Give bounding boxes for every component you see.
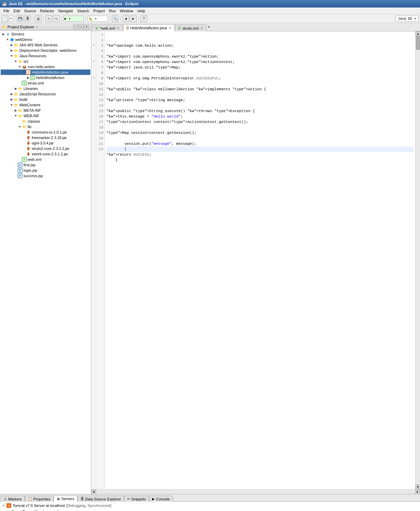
editor-tab[interactable]: X*web.xml✕ <box>92 25 123 31</box>
tree-toggle-icon[interactable] <box>22 130 26 134</box>
undo-button[interactable]: ↩ <box>45 15 52 22</box>
code-line[interactable]: "kw">public "type">String execute() "kw"… <box>106 108 414 114</box>
scrollbar-thumb[interactable] <box>416 36 420 50</box>
menu-run[interactable]: Run <box>107 8 118 14</box>
tree-item[interactable]: ▼📁WebContent <box>1 102 90 108</box>
minimize-panel-btn[interactable]: — <box>73 25 78 29</box>
scroll-down-btn[interactable]: ▼ <box>416 484 420 489</box>
tree-item[interactable]: ▼🔷webDemo <box>1 37 90 42</box>
tree-item[interactable]: ▼📁WEB-INF <box>1 113 90 119</box>
code-line[interactable] <box>106 125 414 130</box>
code-line[interactable]: | <box>106 146 414 152</box>
tree-toggle-icon[interactable]: ▼ <box>10 103 14 107</box>
tree-toggle-icon[interactable]: ▶ <box>14 87 18 91</box>
editor-scrollbar-horizontal[interactable]: ◀ ▶ <box>91 489 420 494</box>
tree-item[interactable]: Psuccess.jsp <box>1 173 90 179</box>
code-line[interactable]: "type">ActionContext context="type">Acti… <box>106 119 414 125</box>
tree-toggle-icon[interactable] <box>18 119 22 123</box>
tree-item[interactable]: ▶📁META-INF <box>1 108 90 113</box>
code-line[interactable]: } <box>106 157 414 163</box>
code-line[interactable]: session.put("message", message); <box>106 141 414 146</box>
tree-toggle-icon[interactable]: ▼ <box>10 54 14 58</box>
code-line[interactable] <box>106 103 414 108</box>
tree-toggle-icon[interactable] <box>18 81 22 85</box>
fold-icon[interactable]: ▼ <box>93 44 95 47</box>
fold-icon[interactable]: ▼ <box>93 60 95 63</box>
code-line[interactable]: "kw">public "kw">class HelloWorldAction … <box>106 87 414 92</box>
bottom-tab[interactable]: ▶Console <box>149 496 173 502</box>
tree-item[interactable]: ▶📁Libraries <box>1 86 90 91</box>
code-line[interactable]: "kw">private "type">String message; <box>106 97 414 103</box>
save-all-button[interactable]: 🗄 <box>24 15 31 22</box>
tree-toggle-icon[interactable]: ▶ <box>14 108 18 112</box>
tree-item[interactable]: Xstruts.xml <box>1 80 90 86</box>
print-button[interactable]: 🖨 <box>35 15 42 22</box>
tree-item[interactable]: ▼📁lib <box>1 124 90 129</box>
bottom-tab[interactable]: 📋Properties <box>25 496 54 502</box>
tree-item[interactable]: ▶📁JavaScript Resources <box>1 91 90 97</box>
tree-item[interactable]: 📁classes <box>1 119 90 124</box>
menu-file[interactable]: File <box>1 8 12 14</box>
h-scrollbar-track[interactable] <box>96 490 415 494</box>
tree-toggle-icon[interactable] <box>14 163 18 167</box>
tree-item[interactable]: ▼📁src <box>1 59 90 64</box>
tree-toggle-icon[interactable]: ▶ <box>10 92 14 96</box>
tab-close-button[interactable]: ✕ <box>200 27 204 30</box>
tree-item[interactable]: 🏺ognl-3.0.4.jar <box>1 140 90 146</box>
code-line[interactable] <box>106 92 414 97</box>
tree-item[interactable]: ▼📁Java Resources <box>1 53 90 59</box>
scrollbar-track[interactable] <box>416 36 420 484</box>
tab-overflow-button[interactable]: » <box>207 25 211 29</box>
code-line[interactable] <box>106 70 414 76</box>
bottom-tab[interactable]: ✂Snippets <box>124 496 149 502</box>
code-line[interactable]: "kw">import com.opensymphony.xwork2."typ… <box>106 54 414 59</box>
tab-close-button[interactable]: ✕ <box>117 27 120 30</box>
tree-toggle-icon[interactable] <box>22 136 26 140</box>
scroll-up-btn[interactable]: ▲ <box>416 31 420 36</box>
scroll-left-btn[interactable]: ◀ <box>91 490 96 494</box>
tree-toggle-icon[interactable] <box>22 152 26 156</box>
menu-search[interactable]: Search <box>75 8 91 14</box>
menu-refactor[interactable]: Refactor <box>38 8 57 14</box>
new-button[interactable]: 📄 <box>1 15 8 22</box>
search-button[interactable]: 🔍 <box>112 15 119 22</box>
tree-toggle-icon[interactable] <box>22 146 26 151</box>
editor-tab[interactable]: JHelloWorldAction.java✕ <box>123 25 175 31</box>
tree-item[interactable]: Xweb.xml <box>1 157 90 162</box>
code-line[interactable]: "kw">import com.opensymphony.xwork2."typ… <box>106 59 414 65</box>
tree-toggle-icon[interactable]: ▶ <box>10 43 14 47</box>
menu-project[interactable]: Project <box>91 8 107 14</box>
editor-tab[interactable]: Xstruts.xml✕ <box>175 25 207 31</box>
menu-help[interactable]: Help <box>135 8 147 14</box>
save-button[interactable]: 💾 <box>17 15 24 22</box>
tree-toggle-icon[interactable]: ▼ <box>14 114 18 118</box>
code-line[interactable]: "kw">package com.hello.action; <box>106 43 414 48</box>
tree-item[interactable]: ▶📁build <box>1 97 90 102</box>
tree-toggle-icon[interactable]: ▼ <box>22 70 26 74</box>
scroll-right-btn[interactable]: ▶ <box>415 490 420 494</box>
menu-edit[interactable]: Edit <box>12 8 22 14</box>
editor-scrollbar-vertical[interactable]: ▲ ▼ <box>415 31 420 489</box>
tree-toggle-icon[interactable]: ▼ <box>14 59 18 63</box>
new-dropdown[interactable]: ▾ <box>9 16 13 22</box>
code-line[interactable]: "type">Map session=context.getSession(); <box>106 130 414 136</box>
code-line[interactable] <box>106 136 414 141</box>
tree-item[interactable]: ▼JHelloWorldAction.java <box>1 69 90 75</box>
tree-item[interactable]: 🏺commons-io-2.0.1.jar <box>1 129 90 135</box>
bottom-tab[interactable]: 🗄Data Source Explorer <box>77 496 124 502</box>
code-line[interactable]: "kw">return SUCCESS; <box>106 152 414 157</box>
bottom-tab[interactable]: 🖥Servers <box>54 496 77 502</box>
tree-toggle-icon[interactable]: ▶ <box>1 32 5 36</box>
tree-toggle-icon[interactable] <box>14 174 18 178</box>
tree-item[interactable]: ▶📁Deployment Descriptor: webDemo <box>1 48 90 53</box>
tree-toggle-icon[interactable]: ▶ <box>10 97 14 102</box>
tree-toggle-icon[interactable]: ▼ <box>18 125 22 129</box>
menu-window[interactable]: Window <box>118 8 135 14</box>
code-line[interactable]: "kw">import java.util."type">Map; <box>106 65 414 70</box>
code-line[interactable]: "kw">this.message = "Hello world"; <box>106 114 414 119</box>
tree-toggle-icon[interactable] <box>22 141 26 145</box>
editor-code-content[interactable]: "kw">package com.hello.action; "kw">impo… <box>105 31 415 489</box>
tree-item[interactable]: Plogin.jsp <box>1 168 90 173</box>
tree-toggle-icon[interactable]: ▶ <box>26 76 30 80</box>
tab-close-button[interactable]: ✕ <box>168 26 172 30</box>
